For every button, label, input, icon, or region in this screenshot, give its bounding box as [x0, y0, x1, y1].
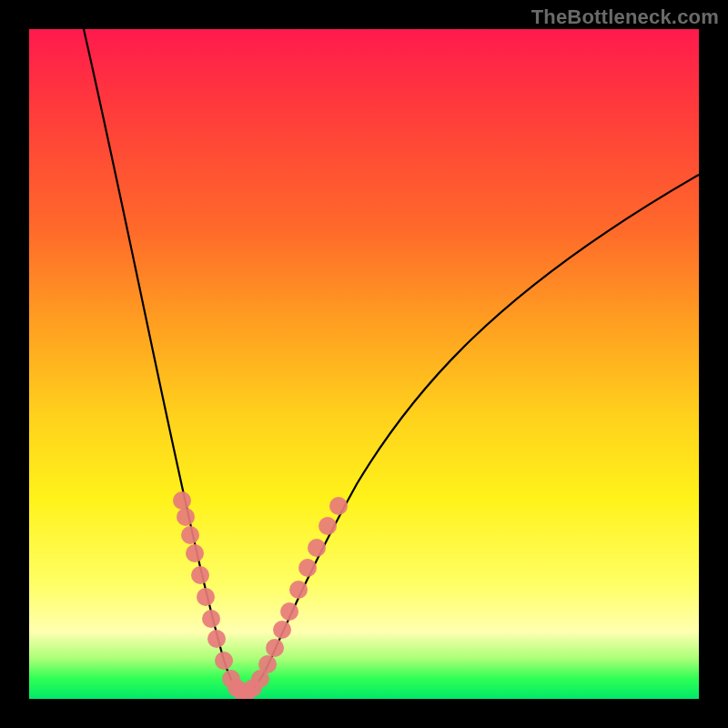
curve-dot: [273, 621, 291, 639]
chart-svg: [29, 29, 699, 699]
curve-dot: [280, 602, 298, 621]
curve-dot: [266, 639, 284, 657]
curve-dot: [215, 652, 233, 670]
curve-dot: [228, 679, 246, 697]
curve-dot: [289, 581, 308, 599]
curve-dot: [197, 588, 215, 606]
curve-dot: [233, 682, 251, 699]
curve-dot: [173, 491, 191, 510]
curve-dot: [177, 508, 195, 526]
curve-dot: [251, 670, 269, 688]
curve-dot: [298, 559, 317, 577]
curve-dot: [329, 497, 348, 515]
curve-dot: [202, 610, 220, 628]
curve-dot: [181, 526, 199, 544]
curve-dot: [222, 670, 240, 688]
curve-dot: [191, 566, 209, 584]
watermark-label: TheBottleneck.com: [531, 5, 719, 29]
bottleneck-curve: [84, 29, 699, 692]
curve-dot: [238, 682, 257, 699]
chart-frame: TheBottleneck.com: [0, 0, 728, 728]
plot-area: [29, 29, 699, 699]
curve-dot: [244, 679, 262, 697]
curve-dot: [258, 655, 277, 673]
curve-dot: [308, 539, 326, 557]
curve-dot: [207, 630, 226, 648]
curve-dot: [186, 544, 204, 562]
curve-dots: [173, 491, 348, 699]
curve-dot: [318, 517, 337, 535]
